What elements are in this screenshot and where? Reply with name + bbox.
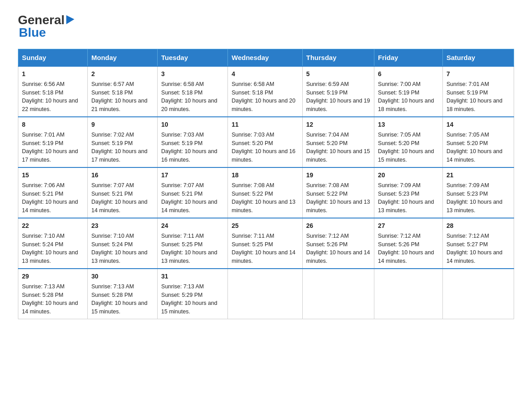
sunrise-text: Sunrise: 6:57 AM [91, 81, 134, 87]
daylight-text: Daylight: 10 hours and 13 minutes. [161, 249, 217, 264]
logo: General Blue [18, 13, 75, 40]
sunset-text: Sunset: 5:25 PM [161, 241, 202, 248]
calendar-cell: 16Sunrise: 7:07 AMSunset: 5:21 PMDayligh… [88, 167, 158, 218]
calendar-cell: 2Sunrise: 6:57 AMSunset: 5:18 PMDaylight… [88, 66, 158, 117]
sunset-text: Sunset: 5:25 PM [232, 241, 273, 248]
sunrise-text: Sunrise: 6:58 AM [232, 81, 274, 87]
daylight-text: Daylight: 10 hours and 16 minutes. [161, 148, 217, 163]
daylight-text: Daylight: 10 hours and 15 minutes. [161, 300, 217, 315]
calendar-header-saturday: Saturday [442, 49, 514, 66]
sunrise-text: Sunrise: 7:03 AM [232, 132, 274, 138]
calendar-cell: 26Sunrise: 7:12 AMSunset: 5:26 PMDayligh… [302, 218, 374, 269]
day-number: 17 [161, 171, 224, 180]
calendar-cell: 31Sunrise: 7:13 AMSunset: 5:29 PMDayligh… [158, 269, 228, 319]
day-number: 9 [91, 120, 154, 129]
calendar-cell: 19Sunrise: 7:08 AMSunset: 5:22 PMDayligh… [302, 167, 374, 218]
sunset-text: Sunset: 5:19 PM [161, 140, 202, 146]
daylight-text: Daylight: 10 hours and 17 minutes. [91, 148, 147, 163]
calendar-cell: 11Sunrise: 7:03 AMSunset: 5:20 PMDayligh… [228, 117, 303, 167]
calendar-cell: 15Sunrise: 7:06 AMSunset: 5:21 PMDayligh… [18, 167, 88, 218]
calendar-cell: 10Sunrise: 7:03 AMSunset: 5:19 PMDayligh… [158, 117, 228, 167]
day-number: 30 [91, 272, 154, 281]
sunset-text: Sunset: 5:22 PM [306, 191, 348, 197]
calendar-cell [442, 269, 514, 319]
calendar-cell: 22Sunrise: 7:10 AMSunset: 5:24 PMDayligh… [18, 218, 88, 269]
daylight-text: Daylight: 10 hours and 13 minutes. [91, 249, 147, 264]
calendar-header-wednesday: Wednesday [228, 49, 303, 66]
day-number: 28 [446, 221, 510, 231]
sunset-text: Sunset: 5:19 PM [306, 90, 348, 96]
day-number: 29 [22, 272, 84, 281]
sunrise-text: Sunrise: 7:12 AM [306, 233, 349, 239]
calendar-cell: 3Sunrise: 6:58 AMSunset: 5:18 PMDaylight… [158, 66, 228, 117]
sunset-text: Sunset: 5:24 PM [22, 241, 63, 248]
calendar-week-row: 8Sunrise: 7:01 AMSunset: 5:19 PMDaylight… [18, 117, 514, 167]
day-number: 25 [232, 221, 299, 231]
sunset-text: Sunset: 5:21 PM [91, 191, 133, 197]
day-number: 14 [446, 120, 510, 129]
day-number: 24 [161, 221, 224, 231]
calendar-cell: 9Sunrise: 7:02 AMSunset: 5:19 PMDaylight… [88, 117, 158, 167]
sunrise-text: Sunrise: 7:11 AM [161, 233, 204, 239]
calendar-cell [374, 269, 443, 319]
sunrise-text: Sunrise: 7:09 AM [446, 182, 489, 188]
sunrise-text: Sunrise: 6:58 AM [161, 81, 204, 87]
sunset-text: Sunset: 5:21 PM [161, 191, 202, 197]
calendar-cell: 17Sunrise: 7:07 AMSunset: 5:21 PMDayligh… [158, 167, 228, 218]
sunset-text: Sunset: 5:21 PM [22, 191, 63, 197]
day-number: 21 [446, 171, 510, 180]
calendar-header-monday: Monday [88, 49, 158, 66]
calendar-cell: 25Sunrise: 7:11 AMSunset: 5:25 PMDayligh… [228, 218, 303, 269]
sunrise-text: Sunrise: 7:11 AM [232, 233, 274, 239]
sunrise-text: Sunrise: 7:05 AM [446, 132, 489, 138]
day-number: 6 [378, 69, 439, 79]
sunset-text: Sunset: 5:26 PM [378, 241, 419, 248]
calendar-cell: 30Sunrise: 7:13 AMSunset: 5:28 PMDayligh… [88, 269, 158, 319]
sunrise-text: Sunrise: 7:10 AM [91, 233, 134, 239]
calendar-cell [302, 269, 374, 319]
day-number: 27 [378, 221, 439, 231]
daylight-text: Daylight: 10 hours and 13 minutes. [378, 199, 434, 214]
day-number: 7 [446, 69, 510, 79]
calendar-header-sunday: Sunday [18, 49, 88, 66]
day-number: 5 [306, 69, 370, 79]
daylight-text: Daylight: 10 hours and 16 minutes. [232, 148, 295, 163]
calendar-cell: 5Sunrise: 6:59 AMSunset: 5:19 PMDaylight… [302, 66, 374, 117]
svg-marker-0 [66, 15, 74, 24]
calendar-cell: 20Sunrise: 7:09 AMSunset: 5:23 PMDayligh… [374, 167, 443, 218]
sunset-text: Sunset: 5:29 PM [161, 292, 202, 298]
sunrise-text: Sunrise: 7:03 AM [161, 132, 204, 138]
calendar-cell [228, 269, 303, 319]
calendar-cell: 18Sunrise: 7:08 AMSunset: 5:22 PMDayligh… [228, 167, 303, 218]
daylight-text: Daylight: 10 hours and 15 minutes. [378, 148, 434, 163]
daylight-text: Daylight: 10 hours and 19 minutes. [306, 98, 370, 112]
logo-arrow-icon [65, 14, 75, 24]
sunset-text: Sunset: 5:19 PM [91, 140, 133, 146]
daylight-text: Daylight: 10 hours and 14 minutes. [22, 300, 78, 315]
calendar-header-tuesday: Tuesday [158, 49, 228, 66]
day-number: 10 [161, 120, 224, 129]
page-header: General Blue [18, 13, 514, 40]
daylight-text: Daylight: 10 hours and 20 minutes. [232, 98, 295, 112]
sunset-text: Sunset: 5:20 PM [232, 140, 273, 146]
sunrise-text: Sunrise: 7:01 AM [22, 132, 64, 138]
logo-blue-text: Blue [19, 26, 46, 40]
calendar-cell: 1Sunrise: 6:56 AMSunset: 5:18 PMDaylight… [18, 66, 88, 117]
calendar-header-friday: Friday [374, 49, 443, 66]
daylight-text: Daylight: 10 hours and 18 minutes. [378, 98, 434, 112]
sunset-text: Sunset: 5:23 PM [446, 191, 488, 197]
sunrise-text: Sunrise: 7:07 AM [161, 182, 204, 188]
sunset-text: Sunset: 5:18 PM [91, 90, 133, 96]
day-number: 23 [91, 221, 154, 231]
calendar-cell: 6Sunrise: 7:00 AMSunset: 5:19 PMDaylight… [374, 66, 443, 117]
sunset-text: Sunset: 5:23 PM [378, 191, 419, 197]
day-number: 3 [161, 69, 224, 79]
calendar-cell: 14Sunrise: 7:05 AMSunset: 5:20 PMDayligh… [442, 117, 514, 167]
sunset-text: Sunset: 5:19 PM [378, 90, 419, 96]
calendar-table: SundayMondayTuesdayWednesdayThursdayFrid… [18, 49, 514, 319]
day-number: 20 [378, 171, 439, 180]
daylight-text: Daylight: 10 hours and 22 minutes. [22, 98, 78, 112]
day-number: 8 [22, 120, 84, 129]
day-number: 13 [378, 120, 439, 129]
calendar-cell: 24Sunrise: 7:11 AMSunset: 5:25 PMDayligh… [158, 218, 228, 269]
